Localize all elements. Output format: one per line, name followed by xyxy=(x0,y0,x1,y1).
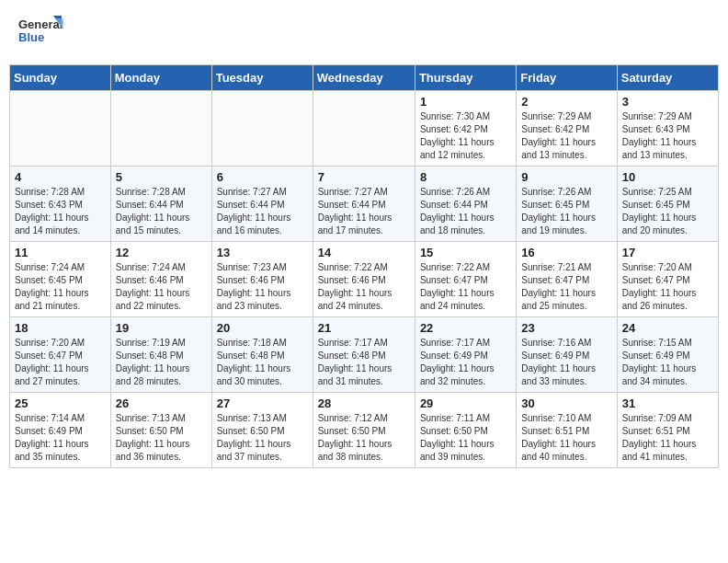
day-number: 16 xyxy=(521,246,611,259)
day-number: 8 xyxy=(420,170,511,184)
day-info: Sunrise: 7:23 AM Sunset: 6:46 PM Dayligh… xyxy=(217,261,308,313)
day-number: 15 xyxy=(420,246,511,259)
header: General Blue xyxy=(9,9,719,55)
day-info: Sunrise: 7:29 AM Sunset: 6:43 PM Dayligh… xyxy=(622,110,713,162)
calendar-day-cell: 15Sunrise: 7:22 AM Sunset: 6:47 PM Dayli… xyxy=(415,242,516,317)
day-number: 5 xyxy=(116,170,207,184)
day-number: 13 xyxy=(217,246,308,259)
day-info: Sunrise: 7:27 AM Sunset: 6:44 PM Dayligh… xyxy=(318,186,410,237)
day-info: Sunrise: 7:19 AM Sunset: 6:48 PM Dayligh… xyxy=(116,337,207,388)
day-number: 6 xyxy=(217,170,308,184)
day-info: Sunrise: 7:21 AM Sunset: 6:47 PM Dayligh… xyxy=(521,261,611,313)
day-number: 18 xyxy=(15,321,106,335)
calendar-day-cell: 17Sunrise: 7:20 AM Sunset: 6:47 PM Dayli… xyxy=(617,242,718,317)
calendar-day-cell xyxy=(211,91,313,167)
calendar-day-cell: 25Sunrise: 7:14 AM Sunset: 6:49 PM Dayli… xyxy=(10,393,111,468)
day-info: Sunrise: 7:15 AM Sunset: 6:49 PM Dayligh… xyxy=(622,337,713,388)
calendar-day-cell: 28Sunrise: 7:12 AM Sunset: 6:50 PM Dayli… xyxy=(313,393,415,468)
day-number: 4 xyxy=(15,170,106,184)
calendar-day-cell: 29Sunrise: 7:11 AM Sunset: 6:50 PM Dayli… xyxy=(415,393,516,468)
day-of-week-header: Monday xyxy=(110,65,211,91)
day-info: Sunrise: 7:24 AM Sunset: 6:45 PM Dayligh… xyxy=(15,261,106,313)
calendar-day-cell: 2Sunrise: 7:29 AM Sunset: 6:42 PM Daylig… xyxy=(517,91,617,167)
day-number: 29 xyxy=(420,396,511,410)
day-number: 22 xyxy=(420,321,511,335)
day-of-week-header: Tuesday xyxy=(211,65,313,91)
day-of-week-header: Thursday xyxy=(415,65,516,91)
calendar-day-cell: 6Sunrise: 7:27 AM Sunset: 6:44 PM Daylig… xyxy=(211,167,313,242)
day-number: 24 xyxy=(622,321,713,335)
calendar-day-cell: 8Sunrise: 7:26 AM Sunset: 6:44 PM Daylig… xyxy=(415,167,516,242)
calendar-day-cell: 30Sunrise: 7:10 AM Sunset: 6:51 PM Dayli… xyxy=(517,393,617,468)
day-of-week-header: Saturday xyxy=(617,65,718,91)
day-number: 11 xyxy=(15,246,106,259)
day-of-week-header: Wednesday xyxy=(313,65,415,91)
calendar-day-cell: 12Sunrise: 7:24 AM Sunset: 6:46 PM Dayli… xyxy=(110,242,211,317)
day-number: 14 xyxy=(318,246,410,259)
day-number: 31 xyxy=(622,396,713,410)
calendar-day-cell: 3Sunrise: 7:29 AM Sunset: 6:43 PM Daylig… xyxy=(617,91,718,167)
calendar-day-cell: 24Sunrise: 7:15 AM Sunset: 6:49 PM Dayli… xyxy=(617,317,718,393)
calendar-day-cell: 10Sunrise: 7:25 AM Sunset: 6:45 PM Dayli… xyxy=(617,167,718,242)
day-info: Sunrise: 7:17 AM Sunset: 6:49 PM Dayligh… xyxy=(420,337,511,388)
calendar-day-cell: 1Sunrise: 7:30 AM Sunset: 6:42 PM Daylig… xyxy=(415,91,516,167)
day-info: Sunrise: 7:16 AM Sunset: 6:49 PM Dayligh… xyxy=(521,337,611,388)
calendar-day-cell: 11Sunrise: 7:24 AM Sunset: 6:45 PM Dayli… xyxy=(10,242,111,317)
day-info: Sunrise: 7:30 AM Sunset: 6:42 PM Dayligh… xyxy=(420,110,511,162)
calendar-day-cell: 13Sunrise: 7:23 AM Sunset: 6:46 PM Dayli… xyxy=(211,242,313,317)
calendar-day-cell: 7Sunrise: 7:27 AM Sunset: 6:44 PM Daylig… xyxy=(313,167,415,242)
calendar: SundayMondayTuesdayWednesdayThursdayFrid… xyxy=(9,64,719,468)
calendar-header-row: SundayMondayTuesdayWednesdayThursdayFrid… xyxy=(10,65,719,91)
day-number: 3 xyxy=(622,95,713,109)
calendar-day-cell: 16Sunrise: 7:21 AM Sunset: 6:47 PM Dayli… xyxy=(517,242,617,317)
day-info: Sunrise: 7:10 AM Sunset: 6:51 PM Dayligh… xyxy=(521,412,611,464)
day-number: 20 xyxy=(217,321,308,335)
calendar-day-cell: 31Sunrise: 7:09 AM Sunset: 6:51 PM Dayli… xyxy=(617,393,718,468)
day-info: Sunrise: 7:24 AM Sunset: 6:46 PM Dayligh… xyxy=(116,261,207,313)
day-info: Sunrise: 7:27 AM Sunset: 6:44 PM Dayligh… xyxy=(217,186,308,237)
day-number: 2 xyxy=(521,95,611,109)
day-info: Sunrise: 7:09 AM Sunset: 6:51 PM Dayligh… xyxy=(622,412,713,464)
day-info: Sunrise: 7:17 AM Sunset: 6:48 PM Dayligh… xyxy=(318,337,410,388)
day-number: 21 xyxy=(318,321,410,335)
svg-text:Blue: Blue xyxy=(18,30,44,44)
day-info: Sunrise: 7:13 AM Sunset: 6:50 PM Dayligh… xyxy=(116,412,207,464)
day-number: 12 xyxy=(116,246,207,259)
calendar-day-cell: 26Sunrise: 7:13 AM Sunset: 6:50 PM Dayli… xyxy=(110,393,211,468)
day-info: Sunrise: 7:14 AM Sunset: 6:49 PM Dayligh… xyxy=(15,412,106,464)
calendar-week-row: 11Sunrise: 7:24 AM Sunset: 6:45 PM Dayli… xyxy=(10,242,719,317)
day-info: Sunrise: 7:26 AM Sunset: 6:45 PM Dayligh… xyxy=(521,186,611,237)
calendar-day-cell: 20Sunrise: 7:18 AM Sunset: 6:48 PM Dayli… xyxy=(211,317,313,393)
day-number: 30 xyxy=(521,396,611,410)
day-info: Sunrise: 7:13 AM Sunset: 6:50 PM Dayligh… xyxy=(217,412,308,464)
day-number: 7 xyxy=(318,170,410,184)
day-number: 9 xyxy=(521,170,611,184)
logo: General Blue xyxy=(18,14,64,51)
calendar-week-row: 4Sunrise: 7:28 AM Sunset: 6:43 PM Daylig… xyxy=(10,167,719,242)
calendar-day-cell: 4Sunrise: 7:28 AM Sunset: 6:43 PM Daylig… xyxy=(10,167,111,242)
day-info: Sunrise: 7:28 AM Sunset: 6:43 PM Dayligh… xyxy=(15,186,106,237)
day-number: 26 xyxy=(116,396,207,410)
day-number: 19 xyxy=(116,321,207,335)
calendar-day-cell xyxy=(10,91,111,167)
day-info: Sunrise: 7:22 AM Sunset: 6:46 PM Dayligh… xyxy=(318,261,410,313)
calendar-day-cell xyxy=(110,91,211,167)
day-number: 28 xyxy=(318,396,410,410)
calendar-day-cell: 18Sunrise: 7:20 AM Sunset: 6:47 PM Dayli… xyxy=(10,317,111,393)
day-info: Sunrise: 7:20 AM Sunset: 6:47 PM Dayligh… xyxy=(15,337,106,388)
day-of-week-header: Friday xyxy=(517,65,617,91)
calendar-day-cell xyxy=(313,91,415,167)
calendar-day-cell: 27Sunrise: 7:13 AM Sunset: 6:50 PM Dayli… xyxy=(211,393,313,468)
calendar-week-row: 25Sunrise: 7:14 AM Sunset: 6:49 PM Dayli… xyxy=(10,393,719,468)
day-number: 23 xyxy=(521,321,611,335)
day-info: Sunrise: 7:25 AM Sunset: 6:45 PM Dayligh… xyxy=(622,186,713,237)
day-info: Sunrise: 7:20 AM Sunset: 6:47 PM Dayligh… xyxy=(622,261,713,313)
calendar-day-cell: 22Sunrise: 7:17 AM Sunset: 6:49 PM Dayli… xyxy=(415,317,516,393)
calendar-day-cell: 14Sunrise: 7:22 AM Sunset: 6:46 PM Dayli… xyxy=(313,242,415,317)
day-info: Sunrise: 7:29 AM Sunset: 6:42 PM Dayligh… xyxy=(521,110,611,162)
calendar-day-cell: 21Sunrise: 7:17 AM Sunset: 6:48 PM Dayli… xyxy=(313,317,415,393)
day-number: 10 xyxy=(622,170,713,184)
day-number: 1 xyxy=(420,95,511,109)
calendar-day-cell: 23Sunrise: 7:16 AM Sunset: 6:49 PM Dayli… xyxy=(517,317,617,393)
day-number: 17 xyxy=(622,246,713,259)
